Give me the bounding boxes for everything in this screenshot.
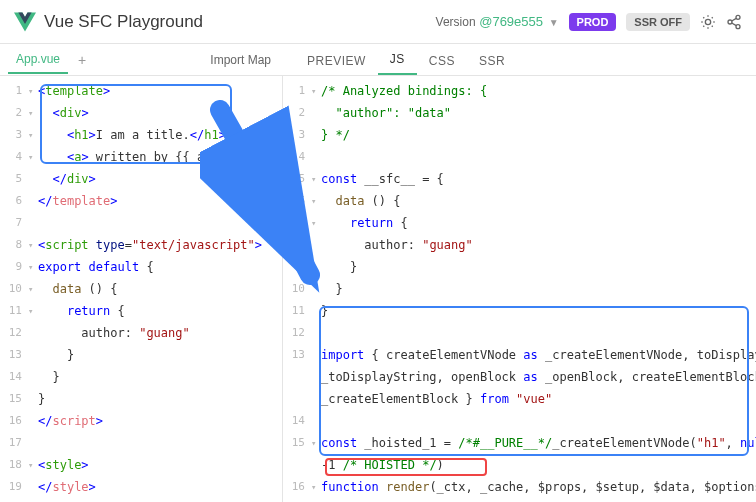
main: 1▾<template>2▾ <div>3▾ <h1>I am a title.… xyxy=(0,76,756,502)
code-line[interactable]: 11▾ return { xyxy=(0,300,282,322)
code-line[interactable]: 8 author: "guang" xyxy=(283,234,756,256)
code-line[interactable]: 15} xyxy=(0,388,282,410)
tabs-row: App.vue + Import Map PREVIEW JS CSS SSR xyxy=(0,44,756,76)
code-line[interactable]: 10 } xyxy=(283,278,756,300)
file-tabs: App.vue + xyxy=(8,46,92,74)
left-tabs: App.vue + Import Map xyxy=(0,44,283,75)
header-right: Version @769e555 ▼ PROD SSR OFF xyxy=(436,13,742,31)
svg-point-3 xyxy=(736,24,740,28)
code-line[interactable]: 7▾ return { xyxy=(283,212,756,234)
tab-ssr[interactable]: SSR xyxy=(467,47,517,75)
code-line[interactable]: 14 } xyxy=(0,366,282,388)
code-line[interactable]: 8▾<script type="text/javascript"> xyxy=(0,234,282,256)
code-line[interactable]: 13import { createElementVNode as _create… xyxy=(283,344,756,366)
svg-point-0 xyxy=(705,19,710,24)
code-line[interactable]: 16▾function render(_ctx, _cache, $props,… xyxy=(283,476,756,498)
code-line[interactable]: 3} */ xyxy=(283,124,756,146)
code-line[interactable]: 16</script> xyxy=(0,410,282,432)
code-line[interactable]: 14 xyxy=(283,410,756,432)
share-icon[interactable] xyxy=(726,14,742,30)
code-line[interactable]: 5▾const __sfc__ = { xyxy=(283,168,756,190)
code-line[interactable]: 17 xyxy=(0,432,282,454)
vue-logo-icon xyxy=(14,11,36,33)
code-line[interactable]: 4▾ <a> written by {{ author }}</a> xyxy=(0,146,282,168)
code-line[interactable]: 2▾ <div> xyxy=(0,102,282,124)
chevron-down-icon: ▼ xyxy=(549,17,559,28)
header-left: Vue SFC Playground xyxy=(14,11,203,33)
tab-css[interactable]: CSS xyxy=(417,47,467,75)
app-title: Vue SFC Playground xyxy=(44,12,203,32)
theme-toggle-icon[interactable] xyxy=(700,14,716,30)
code-line[interactable]: 7 xyxy=(0,212,282,234)
code-line[interactable]: 17▾ return (_openBlock(), _createElement… xyxy=(283,498,756,502)
code-line[interactable]: 9▾export default { xyxy=(0,256,282,278)
source-editor[interactable]: 1▾<template>2▾ <div>3▾ <h1>I am a title.… xyxy=(0,76,283,502)
code-line[interactable]: _toDisplayString, openBlock as _openBloc… xyxy=(283,366,756,388)
code-line[interactable]: 11} xyxy=(283,300,756,322)
code-line[interactable]: 2 "author": "data" xyxy=(283,102,756,124)
output-tabs: PREVIEW JS CSS SSR xyxy=(283,44,517,75)
code-line[interactable]: 18▾<style> xyxy=(0,454,282,476)
code-line[interactable]: 6▾ data () { xyxy=(283,190,756,212)
version-selector[interactable]: Version @769e555 ▼ xyxy=(436,14,559,29)
code-line[interactable]: 5 </div> xyxy=(0,168,282,190)
prod-badge[interactable]: PROD xyxy=(569,13,617,31)
code-line[interactable]: 12 author: "guang" xyxy=(0,322,282,344)
tab-js[interactable]: JS xyxy=(378,45,417,75)
code-line[interactable]: 3▾ <h1>I am a title.</h1> xyxy=(0,124,282,146)
code-line[interactable]: 6</template> xyxy=(0,190,282,212)
code-line[interactable]: 12 xyxy=(283,322,756,344)
code-line[interactable]: 9 } xyxy=(283,256,756,278)
svg-point-1 xyxy=(736,15,740,19)
code-line[interactable]: 1▾<template> xyxy=(0,80,282,102)
code-line[interactable]: 1▾/* Analyzed bindings: { xyxy=(283,80,756,102)
svg-point-2 xyxy=(728,20,732,24)
code-line[interactable]: 13 } xyxy=(0,344,282,366)
code-line[interactable]: 4 xyxy=(283,146,756,168)
code-line[interactable]: 10▾ data () { xyxy=(0,278,282,300)
code-line[interactable]: _createElementBlock } from "vue" xyxy=(283,388,756,410)
file-tab-app[interactable]: App.vue xyxy=(8,46,68,74)
code-line[interactable]: 15▾const _hoisted_1 = /*#__PURE__*/_crea… xyxy=(283,432,756,454)
add-tab-button[interactable]: + xyxy=(72,52,92,68)
code-line[interactable]: -1 /* HOISTED */) xyxy=(283,454,756,476)
tab-preview[interactable]: PREVIEW xyxy=(295,47,378,75)
header: Vue SFC Playground Version @769e555 ▼ PR… xyxy=(0,0,756,44)
import-map-tab[interactable]: Import Map xyxy=(210,53,275,67)
ssr-badge[interactable]: SSR OFF xyxy=(626,13,690,31)
output-viewer[interactable]: 1▾/* Analyzed bindings: {2 "author": "da… xyxy=(283,76,756,502)
code-line[interactable]: 19</style> xyxy=(0,476,282,498)
